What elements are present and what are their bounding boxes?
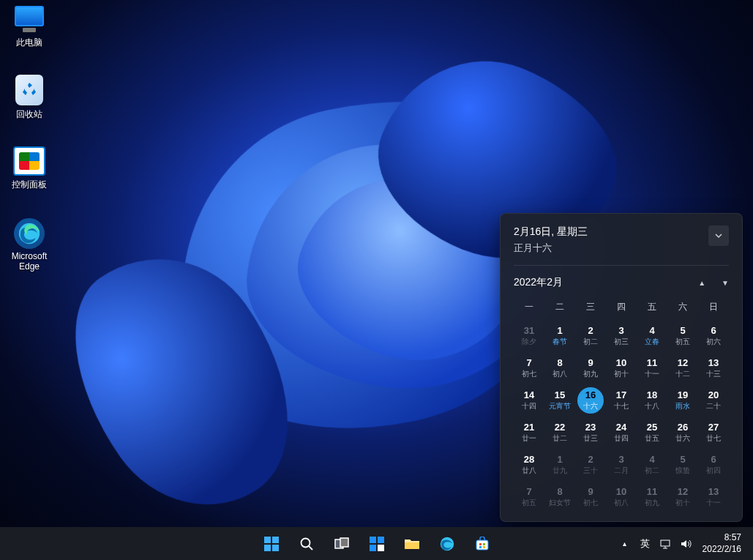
search-icon xyxy=(299,537,314,551)
calendar-day-sub: 十七 xyxy=(614,401,629,411)
network-button[interactable] xyxy=(656,529,675,559)
calendar-dow: 四 xyxy=(606,296,637,319)
desktop-icon-edge[interactable]: Microsoft Edge xyxy=(1,218,57,272)
svg-rect-14 xyxy=(476,540,488,550)
calendar-day-cell[interactable]: 1廿九 xyxy=(544,449,575,480)
calendar-dow: 一 xyxy=(514,296,544,319)
control-panel-icon xyxy=(13,146,45,176)
calendar-day-cell[interactable]: 14十四 xyxy=(514,385,544,416)
ms-store-button[interactable] xyxy=(468,529,497,559)
tray-chevron-button[interactable]: ▴ xyxy=(615,529,634,559)
calendar-day-sub: 十二 xyxy=(675,369,690,379)
calendar-day-cell[interactable]: 26廿六 xyxy=(667,417,698,448)
desktop-icon-this-pc[interactable]: 此电脑 xyxy=(1,6,57,49)
start-button[interactable] xyxy=(257,529,286,559)
calendar-day-cell[interactable]: 7初七 xyxy=(514,353,544,384)
calendar-day-cell[interactable]: 19雨水 xyxy=(667,385,698,416)
calendar-day-number: 3 xyxy=(618,325,623,336)
calendar-day-number: 24 xyxy=(616,422,626,433)
calendar-day-sub: 初六 xyxy=(706,337,721,347)
desktop-icon-recycle-bin[interactable]: 回收站 xyxy=(1,75,57,121)
clock-time: 8:57 xyxy=(703,532,741,544)
calendar-day-cell[interactable]: 24廿四 xyxy=(606,417,637,448)
calendar-dow: 六 xyxy=(667,296,698,319)
calendar-day-number: 20 xyxy=(708,389,719,400)
calendar-day-cell[interactable]: 5惊蛰 xyxy=(667,449,698,480)
ime-indicator[interactable]: 英 xyxy=(636,537,654,550)
calendar-day-sub: 廿五 xyxy=(645,433,659,444)
calendar-day-sub: 初七 xyxy=(522,369,536,379)
calendar-day-cell[interactable]: 9初九 xyxy=(575,353,606,384)
calendar-dow: 五 xyxy=(637,296,667,319)
calendar-day-cell[interactable]: 3二月 xyxy=(606,449,637,480)
calendar-day-sub: 廿九 xyxy=(552,466,567,476)
calendar-day-cell[interactable]: 11十一 xyxy=(637,353,667,384)
calendar-day-number: 6 xyxy=(711,454,716,465)
calendar-day-cell[interactable]: 4立春 xyxy=(637,321,667,351)
file-explorer-button[interactable] xyxy=(397,529,427,559)
svg-rect-8 xyxy=(340,538,348,547)
calendar-day-cell[interactable]: 9初七 xyxy=(575,482,606,512)
calendar-month-label[interactable]: 2022年2月 xyxy=(514,276,563,289)
calendar-day-number: 2 xyxy=(588,325,593,336)
calendar-day-cell[interactable]: 27廿七 xyxy=(698,417,729,448)
calendar-day-cell[interactable]: 2三十 xyxy=(575,449,606,480)
calendar-day-cell[interactable]: 8妇女节 xyxy=(544,482,575,512)
task-view-icon xyxy=(334,537,349,550)
calendar-day-cell[interactable]: 22廿二 xyxy=(544,417,575,448)
calendar-day-cell[interactable]: 11初九 xyxy=(637,482,667,512)
calendar-day-number: 27 xyxy=(708,422,719,433)
calendar-day-sub: 廿七 xyxy=(706,433,721,444)
calendar-day-sub: 二月 xyxy=(614,466,629,476)
calendar-day-cell[interactable]: 15元宵节 xyxy=(544,385,575,416)
calendar-day-sub: 初九 xyxy=(583,369,598,379)
widgets-button[interactable] xyxy=(362,529,392,559)
calendar-day-cell[interactable]: 18十八 xyxy=(637,385,667,416)
calendar-day-cell[interactable]: 7初五 xyxy=(514,482,544,512)
calendar-day-number: 15 xyxy=(555,389,565,400)
search-button[interactable] xyxy=(292,529,321,559)
edge-taskbar-button[interactable] xyxy=(432,529,462,559)
calendar-day-cell[interactable]: 13十一 xyxy=(698,482,729,512)
calendar-prev-month[interactable]: ▲ xyxy=(698,279,705,287)
calendar-day-cell[interactable]: 31除夕 xyxy=(514,321,544,351)
calendar-day-cell[interactable]: 12初十 xyxy=(667,482,698,512)
calendar-day-cell[interactable]: 5初五 xyxy=(667,321,698,351)
calendar-day-cell[interactable]: 17十七 xyxy=(606,385,637,416)
calendar-day-cell[interactable]: 3初三 xyxy=(606,321,637,351)
calendar-day-number: 8 xyxy=(557,486,562,497)
calendar-day-sub: 廿二 xyxy=(552,433,567,444)
calendar-day-cell[interactable]: 16十六 xyxy=(577,387,604,414)
calendar-day-cell[interactable]: 1春节 xyxy=(544,321,575,351)
desktop-icon-label: 回收站 xyxy=(1,108,57,121)
calendar-day-cell[interactable]: 6初四 xyxy=(698,449,729,480)
calendar-day-cell[interactable]: 28廿八 xyxy=(514,449,544,480)
calendar-day-cell[interactable]: 2初二 xyxy=(575,321,606,351)
task-view-button[interactable] xyxy=(327,529,356,559)
calendar-collapse-button[interactable] xyxy=(708,225,729,246)
calendar-day-cell[interactable]: 10初十 xyxy=(606,353,637,384)
calendar-day-number: 28 xyxy=(524,454,534,465)
calendar-day-cell[interactable]: 21廿一 xyxy=(514,417,544,448)
calendar-day-cell[interactable]: 13十三 xyxy=(698,353,729,384)
calendar-day-cell[interactable]: 6初六 xyxy=(698,321,729,351)
calendar-day-cell[interactable]: 10初八 xyxy=(606,482,637,512)
calendar-day-number: 1 xyxy=(557,454,562,465)
calendar-day-sub: 廿八 xyxy=(522,466,536,476)
calendar-day-number: 9 xyxy=(588,357,593,368)
desktop-icon-control-panel[interactable]: 控制面板 xyxy=(1,146,57,191)
taskbar-clock[interactable]: 8:57 2022/2/16 xyxy=(697,531,747,556)
calendar-day-cell[interactable]: 8初八 xyxy=(544,353,575,384)
volume-button[interactable] xyxy=(676,529,695,559)
calendar-day-cell[interactable]: 20二十 xyxy=(698,385,729,416)
calendar-day-number: 19 xyxy=(678,389,688,400)
calendar-day-cell[interactable]: 12十二 xyxy=(667,353,698,384)
calendar-day-cell[interactable]: 23廿三 xyxy=(575,417,606,448)
calendar-next-month[interactable]: ▼ xyxy=(722,279,729,287)
recycle-bin-icon xyxy=(15,75,43,105)
svg-line-6 xyxy=(309,546,312,550)
calendar-day-cell[interactable]: 4初二 xyxy=(637,449,667,480)
calendar-day-cell[interactable]: 25廿五 xyxy=(637,417,667,448)
calendar-day-number: 10 xyxy=(616,486,626,497)
desktop-icon-label: 控制面板 xyxy=(1,179,57,191)
